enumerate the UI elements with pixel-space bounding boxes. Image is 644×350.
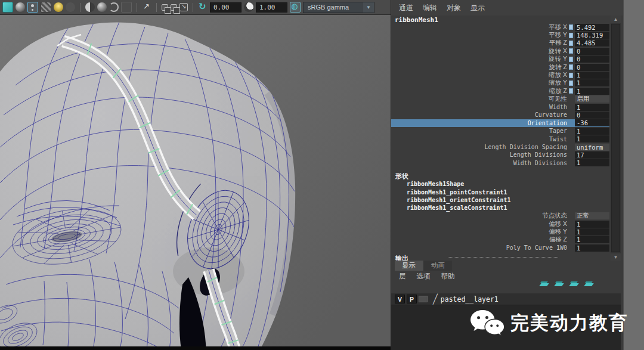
shape-node-item[interactable]: ribbonMesh1_scaleConstraint1	[391, 204, 609, 212]
channel-row[interactable]: Width1	[391, 103, 609, 111]
channel-box-menu-通道[interactable]: 通道	[399, 3, 413, 13]
scroll-up-arrow-icon[interactable]: ▲	[611, 16, 621, 23]
layer-visibility-toggle[interactable]: V	[395, 295, 405, 303]
channel-value-field[interactable]: 1	[575, 104, 609, 111]
channel-value-field[interactable]: 1	[575, 228, 609, 236]
channel-row[interactable]: 缩放 Y1	[391, 79, 609, 87]
layer-row[interactable]: V P ╱ pasted__layer1	[391, 293, 621, 305]
channel-value-field[interactable]: 1	[575, 236, 609, 243]
right-edge-strip	[623, 0, 644, 350]
tab-动画[interactable]: 动画	[424, 261, 452, 271]
channel-value-field[interactable]: 0	[575, 64, 609, 71]
channel-label: 缩放 Z	[391, 87, 567, 95]
shape-node-item[interactable]: ribbonMesh1Shape	[391, 180, 609, 188]
channel-value-field[interactable]: -36	[575, 119, 609, 126]
isolate-add-icon[interactable]	[171, 4, 177, 11]
channel-row[interactable]: Orientation-36	[391, 119, 609, 127]
channel-value-field[interactable]: 正常	[575, 212, 609, 219]
anti-aliasing-icon[interactable]	[121, 2, 132, 13]
channel-value-field[interactable]: 1	[575, 135, 609, 143]
channel-row[interactable]: Curvature0	[391, 111, 609, 119]
tab-显示[interactable]: 显示	[395, 261, 423, 271]
ambient-occlusion-icon[interactable]	[97, 2, 107, 12]
layer-menu-选项[interactable]: 选项	[417, 272, 431, 281]
new-layer-from-selected-icon[interactable]	[554, 283, 564, 286]
channel-value-field[interactable]: 1	[575, 244, 609, 252]
channel-value-field[interactable]: 1	[575, 88, 609, 95]
wireframe-on-shaded-icon[interactable]	[41, 2, 51, 13]
channel-value-field[interactable]: 4.485	[575, 39, 609, 47]
channel-key-indicator	[569, 64, 573, 70]
channel-row[interactable]: 旋转 Y0	[391, 55, 609, 63]
image-plane-icon[interactable]	[179, 3, 188, 11]
shape-node-item[interactable]: ribbonMesh1_pointConstraint1	[391, 188, 609, 196]
channel-key-indicator	[569, 88, 573, 94]
view-transform-dropdown[interactable]: sRGB gamma▼	[303, 2, 374, 13]
shape-node-item[interactable]: ribbonMesh1_orientConstraint1	[391, 196, 609, 204]
channel-row[interactable]: Length Divisions17	[391, 151, 609, 159]
channel-row[interactable]: 平移 X5.492	[391, 23, 609, 31]
channel-value-field[interactable]: 0	[575, 111, 609, 119]
layer-menu-帮助[interactable]: 帮助	[441, 272, 455, 281]
isolate-select-icon[interactable]	[162, 4, 168, 11]
channel-value-field[interactable]: 0	[575, 55, 609, 63]
channel-row[interactable]: Poly To Curve 1W01	[391, 244, 609, 252]
channel-value-field[interactable]: 1	[575, 79, 609, 86]
channel-value-field[interactable]: 1	[575, 159, 609, 166]
channel-row[interactable]: Length Division Spacinguniform	[391, 143, 609, 151]
exposure-field[interactable]: 0.00	[210, 2, 242, 13]
channel-value-field[interactable]: 启用	[575, 95, 609, 103]
channel-row[interactable]: 旋转 X0	[391, 47, 609, 55]
channel-value-field[interactable]: 5.492	[575, 24, 609, 31]
gamma-field[interactable]: 1.00	[256, 2, 287, 13]
xray-view-icon[interactable]	[27, 2, 38, 13]
layer-editor-tabs: 显示动画	[395, 261, 624, 271]
select-tool-icon[interactable]	[142, 2, 151, 12]
channel-box-menu-显示[interactable]: 显示	[470, 3, 485, 13]
shadows-icon[interactable]	[85, 2, 95, 12]
shaded-display-icon[interactable]	[2, 2, 13, 13]
channel-row[interactable]: 节点状态正常	[391, 212, 609, 220]
channel-row[interactable]: Twist1	[391, 135, 609, 143]
scrollbar-thumb[interactable]	[611, 24, 620, 252]
gamma-icon[interactable]	[244, 2, 253, 12]
channel-box-scrollbar[interactable]: ▲ ▼	[611, 16, 621, 261]
channel-box-menu-编辑[interactable]: 编辑	[423, 3, 437, 13]
color-management-icon[interactable]	[290, 2, 301, 13]
channel-row[interactable]: 缩放 Z1	[391, 87, 609, 95]
channel-box-menu-对象[interactable]: 对象	[447, 3, 461, 13]
panel-splitter[interactable]	[448, 257, 558, 258]
channel-row[interactable]: 平移 Z4.485	[391, 39, 609, 47]
channel-row[interactable]: Taper1	[391, 127, 609, 135]
channel-row[interactable]: Width Divisions1	[391, 159, 609, 167]
channel-value-field[interactable]: uniform	[575, 144, 609, 151]
channel-value-field[interactable]: 1	[575, 128, 609, 135]
dropdown-arrow-icon[interactable]: ▼	[363, 2, 374, 13]
channel-row[interactable]: 平移 Y148.319	[391, 31, 609, 39]
channel-row[interactable]: 可见性启用	[391, 95, 609, 103]
exposure-icon[interactable]	[198, 2, 208, 12]
channel-value-field[interactable]: 0	[575, 48, 609, 55]
channel-value-field[interactable]: 1	[575, 221, 609, 228]
layer-playback-toggle[interactable]: P	[407, 295, 417, 303]
channel-row[interactable]: 偏移 Z1	[391, 236, 609, 244]
3d-viewport[interactable]	[0, 15, 391, 350]
channel-row[interactable]: 偏移 Y1	[391, 228, 609, 236]
channel-row[interactable]: 旋转 Z0	[391, 63, 609, 71]
channel-row[interactable]: 偏移 X1	[391, 220, 609, 228]
layer-name[interactable]: pasted__layer1	[441, 295, 499, 303]
new-empty-layer-icon[interactable]	[539, 283, 549, 286]
default-lighting-icon[interactable]	[54, 2, 63, 12]
add-to-layer-icon[interactable]	[569, 283, 579, 286]
remove-from-layer-icon[interactable]	[584, 283, 594, 286]
motion-blur-icon[interactable]	[109, 2, 119, 12]
channel-row[interactable]: 缩放 X1	[391, 71, 609, 79]
layer-menu-层[interactable]: 层	[399, 272, 406, 281]
toolbar-separator	[80, 3, 80, 12]
flat-lighting-icon[interactable]	[66, 2, 75, 12]
channel-value-field[interactable]: 148.319	[575, 32, 609, 39]
channel-value-field[interactable]: 17	[575, 151, 609, 159]
layer-color-swatch[interactable]	[419, 296, 428, 302]
channel-value-field[interactable]: 1	[575, 72, 609, 79]
textured-display-icon[interactable]	[16, 2, 25, 12]
